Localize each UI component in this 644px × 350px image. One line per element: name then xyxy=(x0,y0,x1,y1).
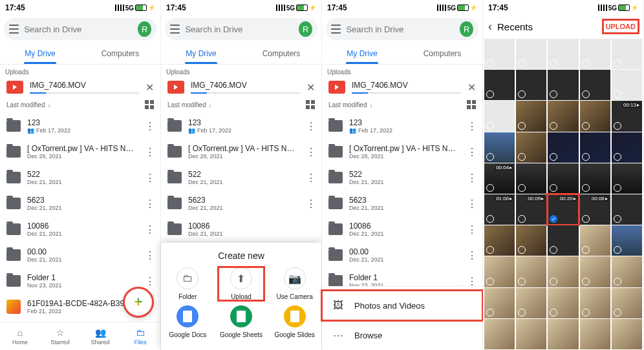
more-button[interactable]: ⋮ xyxy=(467,198,476,210)
photo-cell[interactable] xyxy=(580,319,610,349)
nav-home[interactable]: ⌂Home xyxy=(0,322,40,350)
more-button[interactable]: ⋮ xyxy=(467,120,476,132)
use-camera-button[interactable]: 📷Use Camera xyxy=(272,267,317,300)
search-input[interactable] xyxy=(346,25,455,34)
photos-videos-option[interactable]: 🖼Photos and Videos xyxy=(322,291,482,320)
photo-cell[interactable] xyxy=(516,163,546,194)
folder-item[interactable]: [ OxTorrent.pw ] VA - HITS NRJ DU MOMENT… xyxy=(161,139,321,165)
folder-item[interactable]: 5623Dec 21, 2021⋮ xyxy=(161,190,321,216)
photo-cell[interactable] xyxy=(516,39,546,69)
browse-option[interactable]: ⋯Browse xyxy=(322,320,482,350)
tab-computers[interactable]: Computers xyxy=(80,43,160,64)
photo-cell[interactable] xyxy=(548,256,578,287)
tab-my-drive[interactable]: My Drive xyxy=(322,43,402,64)
photo-cell[interactable] xyxy=(612,319,642,349)
menu-icon[interactable] xyxy=(170,25,180,34)
sort-button[interactable]: Last modified ↓ xyxy=(328,101,372,108)
nav-files[interactable]: 🗀Files xyxy=(120,322,160,350)
photo-cell[interactable] xyxy=(516,70,546,100)
photo-cell[interactable] xyxy=(612,225,642,256)
more-button[interactable]: ⋮ xyxy=(467,172,476,184)
photo-cell[interactable] xyxy=(548,132,578,163)
photo-cell[interactable] xyxy=(484,288,515,318)
folder-item[interactable]: 5623Dec 21, 2021⋮ xyxy=(0,190,160,216)
photo-cell[interactable] xyxy=(548,70,578,100)
folder-item[interactable]: 522Dec 21, 2021⋮ xyxy=(0,165,160,190)
folder-item[interactable]: 10086Dec 21, 2021⋮ xyxy=(322,216,482,242)
create-sheets-button[interactable]: Google Sheets xyxy=(219,305,264,338)
photo-cell[interactable] xyxy=(580,225,610,256)
avatar[interactable]: R xyxy=(138,21,151,37)
tab-my-drive[interactable]: My Drive xyxy=(0,43,80,64)
nav-starred[interactable]: ☆Starred xyxy=(40,322,80,350)
photo-cell[interactable]: 00:09 ▸ xyxy=(516,194,546,225)
folder-item[interactable]: 123👥Feb 17, 2022⋮ xyxy=(322,113,482,139)
fab-new-button[interactable]: + xyxy=(124,288,153,316)
photo-cell-selected[interactable]: 00:20 ▸✓ xyxy=(548,194,578,225)
more-button[interactable]: ⋮ xyxy=(306,198,315,210)
photo-cell[interactable] xyxy=(612,39,642,69)
photo-cell[interactable] xyxy=(516,288,546,318)
search-bar[interactable]: R xyxy=(326,18,478,40)
photo-cell[interactable] xyxy=(580,101,610,131)
more-button[interactable]: ⋮ xyxy=(145,120,154,132)
photo-cell[interactable] xyxy=(580,132,610,163)
folder-item[interactable]: 10086Dec 21, 2021⋮ xyxy=(0,216,160,242)
search-input[interactable] xyxy=(185,25,294,34)
cancel-upload-button[interactable]: ✕ xyxy=(145,81,154,94)
folder-item[interactable]: 123👥Feb 17, 2022⋮ xyxy=(161,113,321,139)
photo-cell[interactable] xyxy=(580,256,610,287)
more-button[interactable]: ⋮ xyxy=(145,198,154,210)
sort-button[interactable]: Last modified ↓ xyxy=(167,101,211,108)
folder-item[interactable]: 522Dec 21, 2021⋮ xyxy=(322,165,482,190)
photo-cell[interactable] xyxy=(548,319,578,349)
more-button[interactable]: ⋮ xyxy=(145,146,154,158)
photo-cell[interactable] xyxy=(548,39,578,69)
photo-cell[interactable] xyxy=(612,163,642,194)
photo-cell[interactable] xyxy=(580,163,610,194)
view-toggle-button[interactable] xyxy=(467,100,476,109)
more-button[interactable]: ⋮ xyxy=(467,146,476,158)
cancel-upload-button[interactable]: ✕ xyxy=(467,81,476,94)
photo-cell[interactable] xyxy=(548,225,578,256)
photo-cell[interactable] xyxy=(516,101,546,131)
nav-shared[interactable]: 👥Shared xyxy=(80,322,120,350)
photo-cell[interactable]: 00:08 ▸ xyxy=(580,194,610,225)
folder-item[interactable]: [ OxTorrent.pw ] VA - HITS NRJ DU MOMENT… xyxy=(0,139,160,165)
photo-cell[interactable] xyxy=(484,256,515,287)
photo-cell[interactable] xyxy=(516,256,546,287)
tab-my-drive[interactable]: My Drive xyxy=(161,43,241,64)
more-button[interactable]: ⋮ xyxy=(467,275,476,287)
photo-cell[interactable] xyxy=(548,101,578,131)
tab-computers[interactable]: Computers xyxy=(402,43,482,64)
photo-cell[interactable] xyxy=(516,319,546,349)
folder-item[interactable]: [ OxTorrent.pw ] VA - HITS NRJ DU MOMENT… xyxy=(322,139,482,165)
more-button[interactable]: ⋮ xyxy=(145,172,154,184)
create-slides-button[interactable]: Google Slides xyxy=(272,305,317,338)
view-toggle-button[interactable] xyxy=(145,100,154,109)
photo-cell[interactable] xyxy=(580,288,610,318)
more-button[interactable]: ⋮ xyxy=(145,275,154,287)
photo-cell[interactable] xyxy=(484,70,515,100)
folder-item[interactable]: 00.00Dec 21, 2021⋮ xyxy=(322,242,482,268)
more-button[interactable]: ⋮ xyxy=(306,172,315,184)
photo-cell[interactable] xyxy=(548,163,578,194)
menu-icon[interactable] xyxy=(331,25,341,34)
photo-cell[interactable] xyxy=(612,194,642,225)
photo-cell[interactable]: 00:13 ▸ xyxy=(612,101,642,131)
more-button[interactable]: ⋮ xyxy=(467,249,476,262)
photo-cell[interactable] xyxy=(612,132,642,163)
upload-confirm-button[interactable]: UPLOAD xyxy=(603,20,638,33)
photo-cell[interactable] xyxy=(548,288,578,318)
folder-item[interactable]: 522Dec 21, 2021⋮ xyxy=(161,165,321,190)
photo-cell[interactable]: 00:04 ▸ xyxy=(484,163,515,194)
create-folder-button[interactable]: 🗀Folder xyxy=(165,267,210,300)
photo-cell[interactable] xyxy=(484,132,515,163)
folder-item[interactable]: 5623Dec 21, 2021⋮ xyxy=(322,190,482,216)
photo-cell[interactable]: 01:06 ▸ xyxy=(484,194,515,225)
photo-cell[interactable] xyxy=(612,70,642,100)
folder-item[interactable]: 123👥Feb 17, 2022⋮ xyxy=(0,113,160,139)
photo-cell[interactable] xyxy=(612,288,642,318)
photo-cell[interactable] xyxy=(580,70,610,100)
tab-computers[interactable]: Computers xyxy=(241,43,321,64)
